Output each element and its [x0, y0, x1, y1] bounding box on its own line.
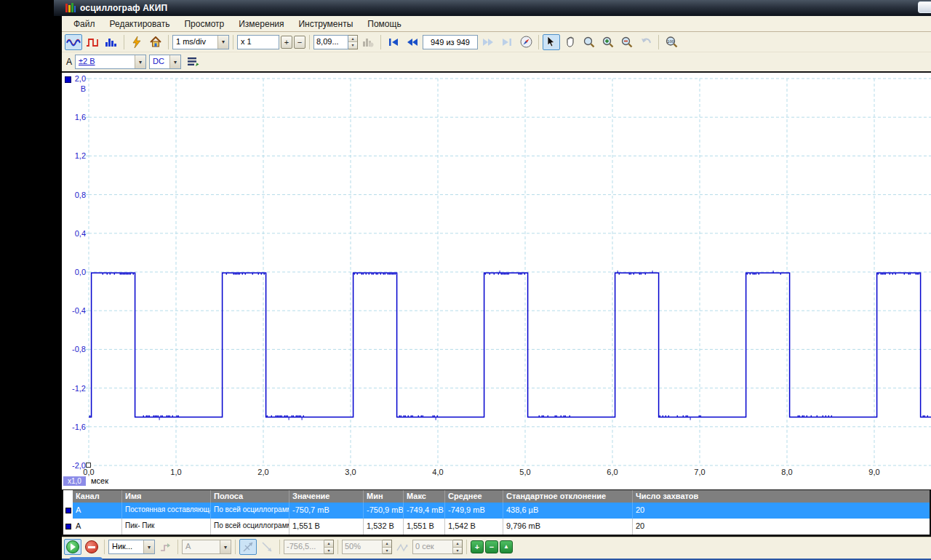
stop-button[interactable] — [83, 539, 100, 555]
toolbar-separator — [168, 35, 169, 49]
nav-last-button-disabled — [498, 34, 516, 50]
y-tick-label: -0,4 — [62, 306, 86, 315]
spin-up-icon: ▴ — [324, 540, 333, 548]
square-wave-icon — [86, 37, 99, 47]
square-view-button[interactable] — [84, 34, 101, 50]
channel-coupling-select[interactable]: DC ▾ — [149, 55, 181, 69]
zoom-100-icon: 100 — [666, 36, 678, 48]
cell-max: -749,4 mB — [404, 503, 445, 519]
zoom-region-button[interactable] — [580, 34, 598, 50]
col-header-min[interactable]: Мин — [364, 490, 404, 503]
spin-down-icon[interactable]: ▾ — [348, 42, 357, 49]
menu-item-tools[interactable]: Инструменты — [291, 17, 360, 31]
col-header-name[interactable]: Имя — [122, 490, 211, 503]
zoom-100-button[interactable]: 100 — [663, 34, 680, 50]
stop-icon — [85, 540, 98, 553]
run-button[interactable] — [64, 539, 81, 555]
cell-name: Постоянная составляющая — [122, 503, 211, 519]
col-header-value[interactable]: Значение — [289, 490, 364, 503]
autoset-button[interactable] — [128, 34, 145, 50]
timebase-value: 1 ms/div — [173, 36, 217, 49]
trigger-source-select-disabled: A ▾ — [182, 540, 231, 554]
histogram-view-button[interactable] — [103, 34, 120, 50]
col-header-captures[interactable]: Число захватов — [633, 490, 930, 503]
status-bar: Ник... ▾ A ▾ — [62, 537, 931, 556]
toolbar-separator — [309, 35, 310, 49]
menu-item-measurements[interactable]: Измерения — [231, 17, 291, 31]
toolbar-separator — [538, 35, 539, 49]
status-separator — [235, 540, 236, 554]
level-updown: ▴ ▾ — [324, 540, 334, 554]
zoom-in-button[interactable] — [599, 34, 617, 50]
menu-item-file[interactable]: Файл — [66, 17, 103, 31]
channel-settings-button[interactable] — [184, 54, 201, 70]
table-header-row: Канал Имя Полоса Значение Мин Макс Средн… — [63, 490, 930, 503]
pan-tool-button[interactable] — [562, 34, 579, 50]
waveform-svg[interactable] — [62, 73, 931, 491]
spin-up-icon[interactable]: ▴ — [348, 36, 357, 43]
measurement-table: Канал Имя Полоса Значение Мин Макс Средн… — [62, 489, 931, 537]
sine-wave-icon — [66, 37, 81, 47]
timebase-select[interactable]: 1 ms/div ▾ — [172, 35, 229, 49]
multiplier-field[interactable]: x 1 — [237, 35, 279, 49]
toolbar-separator — [658, 35, 659, 49]
remove-measurement-button[interactable]: − — [485, 540, 498, 553]
menu-item-help[interactable]: Помощь — [360, 17, 408, 31]
col-header-stddev[interactable]: Стандартное отклонение — [503, 490, 633, 503]
x-tick-label: 0,0 — [74, 468, 103, 476]
cell-min: -750,9 mB — [364, 503, 404, 519]
fast-forward-icon — [482, 38, 494, 47]
nav-first-button[interactable] — [385, 34, 402, 50]
cell-name: Пик- Пик — [122, 519, 211, 535]
cursor-tool-button[interactable] — [543, 34, 560, 50]
menu-item-edit[interactable]: Редактировать — [103, 17, 177, 31]
falling-edge-icon — [262, 542, 273, 552]
col-header-mean[interactable]: Среднее — [445, 490, 503, 503]
spin-down-icon: ▾ — [383, 548, 391, 554]
offset-updown[interactable]: ▴ ▾ — [348, 35, 358, 49]
pulse-width-icon — [396, 543, 408, 552]
holdoff-spinner-disabled: 0 сек ▴ ▾ — [412, 540, 463, 554]
offset-spinner[interactable]: 8,09... ▴ ▾ — [313, 35, 358, 49]
slope-rising-button[interactable] — [239, 539, 257, 555]
home-button[interactable] — [147, 34, 164, 50]
row-marker — [63, 503, 73, 519]
spin-up-icon: ▴ — [383, 540, 391, 548]
menu-item-view[interactable]: Просмотр — [177, 17, 231, 31]
scope-view-button[interactable] — [65, 34, 82, 50]
x-tick-label: 5,0 — [511, 468, 540, 476]
histogram-icon — [105, 37, 118, 47]
multiplier-increase-button[interactable]: + — [281, 36, 292, 49]
cell-value: -750,7 mB — [289, 503, 364, 519]
status-separator — [279, 540, 280, 554]
col-header-channel[interactable]: Канал — [73, 490, 122, 503]
minus-icon: − — [490, 543, 494, 551]
col-header-max[interactable]: Макс — [404, 490, 445, 503]
cell-captures: 20 — [633, 519, 930, 535]
chevron-down-icon: ▾ — [217, 36, 228, 49]
holdoff-value: 0 сек — [412, 540, 453, 554]
multiplier-decrease-button[interactable]: − — [294, 36, 305, 49]
expand-panel-button[interactable]: ▲ — [500, 540, 513, 553]
pulse-width-button-disabled — [393, 539, 411, 555]
rewind-icon — [407, 38, 418, 47]
rising-edge-icon — [243, 542, 254, 552]
trigger-level-value: -756,5... — [284, 540, 324, 554]
hysteresis-value: 50% — [342, 540, 383, 554]
title-bar: осциллограф АКИП — [62, 0, 931, 16]
trigger-mode-select[interactable]: Ник... ▾ — [108, 540, 155, 554]
table-row[interactable]: A Постоянная составляющая По всей осцилл… — [63, 503, 930, 519]
nav-prev-button[interactable] — [404, 34, 421, 50]
zoom-out-button[interactable] — [618, 34, 636, 50]
window-border — [54, 0, 62, 16]
trigger-mode-value: Ник... — [109, 540, 143, 553]
table-row[interactable]: A Пик- Пик По всей осциллограмме 1,551 В… — [63, 519, 930, 535]
channel-range-select[interactable]: ±2 В ▾ — [75, 55, 146, 69]
origin-handle[interactable] — [86, 463, 91, 468]
add-measurement-button[interactable]: + — [471, 540, 484, 553]
close-button[interactable] — [918, 1, 931, 13]
record-position-field[interactable]: 949 из 949 — [423, 35, 478, 49]
col-header-band[interactable]: Полоса — [211, 490, 289, 503]
replay-speed-button[interactable] — [517, 34, 535, 50]
row-marker — [63, 519, 73, 535]
